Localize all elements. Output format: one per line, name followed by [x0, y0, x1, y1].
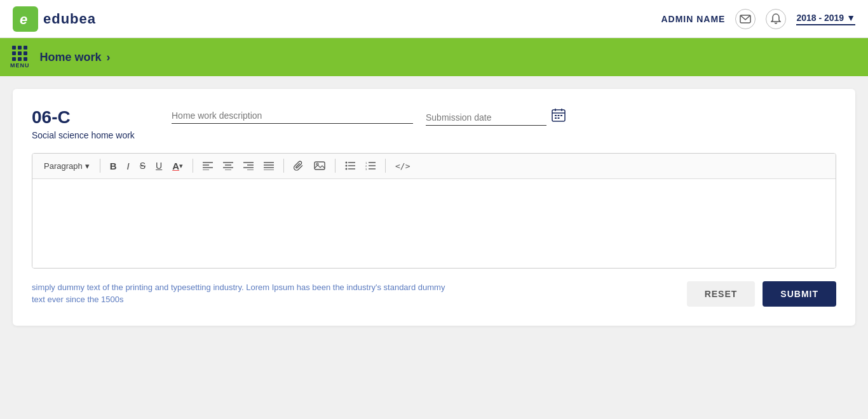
navbar: MENU Home work › [0, 38, 868, 76]
breadcrumb: Home work › [40, 51, 111, 64]
class-info: 06-C Social science home work [32, 108, 159, 140]
footer-buttons: RESET SUBMIT [687, 281, 836, 307]
strikethrough-button[interactable]: S [137, 159, 149, 173]
align-justify-button[interactable] [261, 159, 277, 172]
underline-button[interactable]: U [153, 159, 165, 173]
align-center-button[interactable] [220, 159, 236, 172]
admin-name-label: ADMIN NAME [661, 14, 725, 24]
year-chevron-icon: ▼ [846, 13, 855, 23]
header: e edubea ADMIN NAME 2018 - 2019 ▼ [0, 0, 868, 38]
logo-area: e edubea [13, 6, 96, 32]
toolbar-sep-5 [385, 159, 386, 173]
bell-icon-button[interactable] [766, 9, 786, 29]
paragraph-chevron-icon: ▾ [85, 161, 90, 171]
editor-body[interactable] [32, 179, 836, 268]
svg-rect-9 [560, 115, 562, 116]
toolbar-sep-2 [193, 159, 193, 173]
align-right-button[interactable] [240, 159, 257, 172]
submit-button[interactable]: SUBMIT [763, 281, 836, 307]
svg-rect-11 [558, 117, 560, 119]
menu-label: MENU [10, 62, 30, 69]
description-input[interactable] [172, 108, 413, 124]
menu-dots-icon [12, 46, 27, 61]
toolbar-sep-1 [100, 159, 100, 173]
ordered-list-button[interactable]: 1.2.3. [362, 159, 379, 172]
breadcrumb-chevron-icon: › [107, 51, 111, 64]
svg-rect-7 [555, 115, 557, 116]
paragraph-label: Paragraph [44, 161, 83, 171]
italic-button[interactable]: I [124, 159, 133, 173]
unordered-list-button[interactable] [342, 159, 358, 172]
editor-container: Paragraph ▾ B I S U A▾ [32, 153, 836, 269]
image-button[interactable] [311, 159, 329, 172]
card-footer: simply dummy text of the printing and ty… [32, 281, 836, 307]
submission-field [426, 108, 566, 126]
svg-point-29 [316, 163, 318, 165]
editor-toolbar: Paragraph ▾ B I S U A▾ [32, 154, 836, 179]
align-left-button[interactable] [200, 159, 216, 172]
year-selector[interactable]: 2018 - 2019 ▼ [796, 13, 855, 25]
card-header: 06-C Social science home work [32, 108, 836, 140]
svg-rect-28 [315, 162, 325, 170]
header-right: ADMIN NAME 2018 - 2019 ▼ [661, 9, 855, 29]
calendar-icon[interactable] [552, 108, 566, 126]
attach-button[interactable] [290, 159, 307, 173]
svg-text:3.: 3. [365, 168, 367, 170]
submission-date-input[interactable] [426, 110, 546, 126]
description-field [172, 108, 413, 124]
svg-point-32 [346, 165, 348, 167]
toolbar-sep-3 [283, 159, 284, 173]
class-subject: Social science home work [32, 130, 159, 140]
reset-button[interactable]: RESET [687, 281, 756, 307]
code-button[interactable]: </> [392, 159, 413, 173]
card: 06-C Social science home work [13, 89, 855, 326]
toolbar-sep-4 [335, 159, 336, 173]
main-content: 06-C Social science home work [0, 76, 868, 338]
paragraph-dropdown[interactable]: Paragraph ▾ [40, 159, 93, 173]
logo-icon: e [13, 6, 38, 32]
svg-rect-8 [558, 115, 560, 116]
menu-button[interactable]: MENU [10, 46, 30, 69]
mail-icon-button[interactable] [735, 9, 756, 29]
bold-button[interactable]: B [107, 159, 120, 173]
svg-point-34 [346, 168, 348, 170]
svg-point-30 [346, 162, 348, 164]
footer-text: simply dummy text of the printing and ty… [32, 281, 451, 306]
svg-rect-10 [555, 117, 557, 119]
logo-text: edubea [43, 11, 96, 27]
breadcrumb-home[interactable]: Home work [40, 51, 102, 64]
year-label: 2018 - 2019 [796, 13, 844, 23]
class-code: 06-C [32, 108, 159, 128]
font-color-button[interactable]: A▾ [169, 159, 186, 173]
svg-text:e: e [20, 11, 27, 27]
